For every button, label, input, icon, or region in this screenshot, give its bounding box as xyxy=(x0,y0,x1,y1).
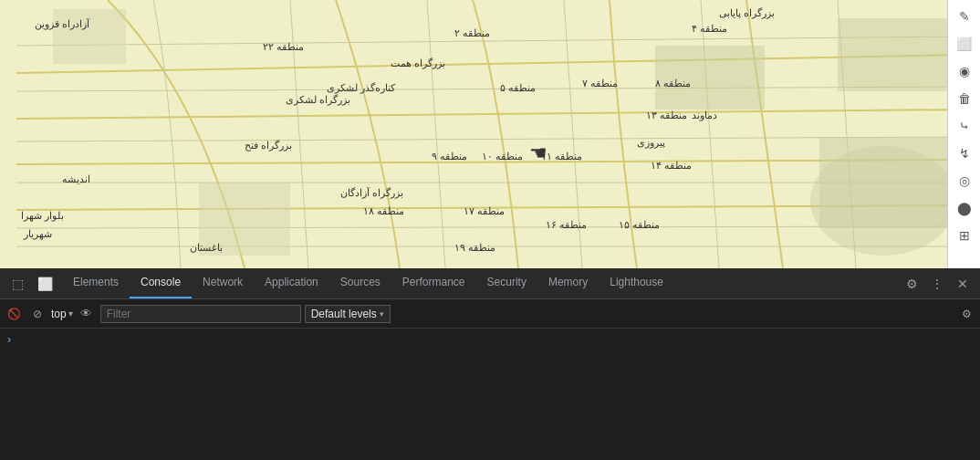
map-container[interactable]: منطقه ۲۲ منطقه ۲ منطقه ۴ بزرگراه پایابی … xyxy=(0,0,980,268)
console-prompt: › xyxy=(0,329,980,350)
map-tool-node[interactable]: ⬤ xyxy=(952,195,977,221)
svg-text:آزادراه قزوین: آزادراه قزوین xyxy=(35,18,90,30)
svg-text:باغستان: باغستان xyxy=(190,242,223,253)
svg-point-15 xyxy=(810,146,956,256)
console-filter-button[interactable]: ⊘ xyxy=(27,304,47,324)
svg-text:منطقه ۱۳: منطقه ۱۳ xyxy=(646,110,687,120)
tab-application[interactable]: Application xyxy=(254,268,329,298)
map-tool-rectangle[interactable]: ⬜ xyxy=(952,31,977,57)
inspect-element-button[interactable]: ⬚ xyxy=(5,272,29,296)
svg-text:دماوند: دماوند xyxy=(692,110,717,121)
svg-text:منطقه ۲: منطقه ۲ xyxy=(454,27,490,38)
svg-text:منطقه ۱۵: منطقه ۱۵ xyxy=(619,219,660,230)
map-tool-location[interactable]: ◎ xyxy=(952,168,977,193)
svg-text:منطقه ۷: منطقه ۷ xyxy=(582,78,618,89)
clear-console-button[interactable]: 🚫 xyxy=(4,304,24,324)
tab-security[interactable]: Security xyxy=(476,268,537,298)
default-levels-dropdown[interactable]: Default levels ▾ xyxy=(305,305,391,323)
svg-text:منطقه ۸: منطقه ۸ xyxy=(655,78,691,89)
svg-text:بزرگراه آزادگان: بزرگراه آزادگان xyxy=(340,187,403,199)
svg-text:منطقه ۱۴: منطقه ۱۴ xyxy=(651,160,692,171)
svg-text:منطقه ۱۶: منطقه ۱۶ xyxy=(546,219,587,230)
svg-line-1 xyxy=(16,110,964,119)
svg-text:منطقه ۱۹: منطقه ۱۹ xyxy=(454,242,495,253)
console-toolbar: 🚫 ⊘ top ▾ 👁 Default levels ▾ ⚙ xyxy=(0,299,980,329)
svg-rect-14 xyxy=(838,18,947,91)
devtools-more-button[interactable]: ⋮ xyxy=(925,272,949,296)
svg-text:منطقه ۱۱: منطقه ۱۱ xyxy=(541,151,582,162)
svg-rect-10 xyxy=(53,9,126,64)
svg-text:بزرگراه فتح: بزرگراه فتح xyxy=(245,140,292,152)
map-tool-trash[interactable]: 🗑 xyxy=(952,86,977,111)
context-selector[interactable]: top ▾ xyxy=(51,308,73,320)
tab-performance[interactable]: Performance xyxy=(391,268,476,298)
filter-input[interactable] xyxy=(100,305,301,323)
map-tool-grid[interactable]: ⊞ xyxy=(952,223,977,248)
svg-text:کناره‌گذر لشکری: کناره‌گذر لشکری xyxy=(327,82,396,94)
map-tool-route1[interactable]: ⤷ xyxy=(952,113,977,139)
device-toolbar-button[interactable]: ⬜ xyxy=(33,272,57,296)
svg-text:شهریار: شهریار xyxy=(23,228,52,240)
svg-text:منطقه ۱۰: منطقه ۱۰ xyxy=(482,151,523,162)
console-settings-button[interactable]: ⚙ xyxy=(956,304,976,324)
devtools-right-icons: ⚙ ⋮ ✕ xyxy=(894,272,980,296)
console-toolbar-right: ⚙ xyxy=(956,304,976,324)
svg-text:پیروزی: پیروزی xyxy=(637,137,665,149)
default-levels-arrow: ▾ xyxy=(380,309,384,319)
devtools-left-icons: ⬚ ⬜ xyxy=(0,272,62,296)
svg-text:منطقه ۱۷: منطقه ۱۷ xyxy=(464,205,505,216)
devtools-tabbar: ⬚ ⬜ Elements Console Network Application… xyxy=(0,268,980,299)
context-label: top xyxy=(51,308,67,320)
devtools-tabs: Elements Console Network Application Sou… xyxy=(62,268,894,298)
console-content[interactable]: › xyxy=(0,329,980,460)
tab-network[interactable]: Network xyxy=(192,268,254,298)
svg-text:بزرگراه لشکری: بزرگراه لشکری xyxy=(286,94,350,106)
devtools-close-button[interactable]: ✕ xyxy=(951,272,975,296)
eye-filter-button[interactable]: 👁 xyxy=(77,304,97,324)
svg-text:منطقه ۴: منطقه ۴ xyxy=(692,23,727,34)
svg-text:منطقه ۵: منطقه ۵ xyxy=(500,82,536,93)
map-tool-edit[interactable]: ✎ xyxy=(952,4,977,29)
tab-sources[interactable]: Sources xyxy=(329,268,391,298)
tab-elements[interactable]: Elements xyxy=(62,268,130,298)
tab-memory[interactable]: Memory xyxy=(537,268,599,298)
svg-text:بزرگراه همت: بزرگراه همت xyxy=(391,58,445,69)
map-tool-pin[interactable]: ◉ xyxy=(952,58,977,84)
svg-text:بلوار شهرا: بلوار شهرا xyxy=(21,210,64,222)
devtools-settings-button[interactable]: ⚙ xyxy=(900,272,923,296)
svg-text:بزرگراه پایابی: بزرگراه پایابی xyxy=(719,7,775,19)
map-toolbar: ✎ ⬜ ◉ 🗑 ⤷ ↯ ◎ ⬤ ⊞ xyxy=(947,0,980,268)
svg-text:منطقه ۲۲: منطقه ۲۲ xyxy=(263,41,304,52)
map-tool-route2[interactable]: ↯ xyxy=(952,141,977,166)
svg-text:منطقه ۱۸: منطقه ۱۸ xyxy=(363,205,404,216)
svg-text:منطقه ۹: منطقه ۹ xyxy=(432,151,467,162)
prompt-arrow: › xyxy=(7,332,11,346)
tab-console[interactable]: Console xyxy=(130,268,192,298)
svg-line-5 xyxy=(16,87,964,91)
devtools-panel: ⬚ ⬜ Elements Console Network Application… xyxy=(0,268,980,460)
tab-lighthouse[interactable]: Lighthouse xyxy=(599,268,674,298)
context-dropdown-arrow[interactable]: ▾ xyxy=(68,308,73,319)
svg-text:اندیشه: اندیشه xyxy=(62,173,90,184)
